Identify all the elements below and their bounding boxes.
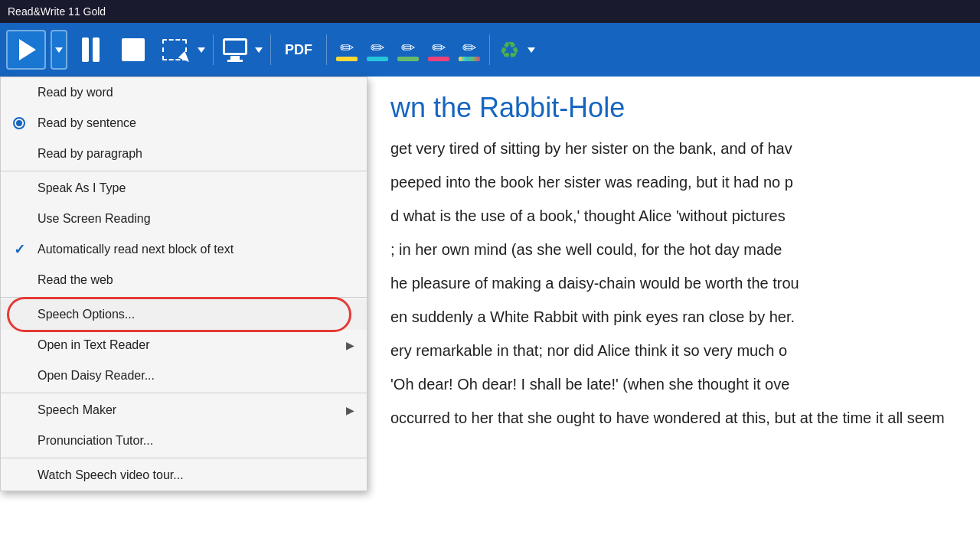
submenu-arrow-icon: ▶ [346,339,354,351]
play-icon [19,39,36,60]
toolbar-separator-2 [270,34,271,65]
toolbar-separator [213,34,214,65]
content-paragraph-5: he pleasure of making a daisy-chain woul… [390,271,957,295]
radio-filled-icon [13,117,25,129]
pdf-icon: PDF [280,42,317,58]
content-paragraph-1: get very tired of sitting by her sister … [390,136,957,161]
menu-label-use-screen-reading: Use Screen Reading [38,212,151,226]
content-title: wn the Rabbit-Hole [390,92,957,124]
separator-2 [1,297,367,298]
chevron-down-icon [198,47,205,53]
content-paragraph-8: 'Oh dear! Oh dear! I shall be late!' (wh… [390,372,957,396]
pdf-button[interactable]: PDF [277,39,320,61]
cursor-icon [178,51,192,65]
screen-reader-button[interactable] [220,35,250,65]
menu-item-read-the-web[interactable]: Read the web [1,265,367,295]
menu-item-read-by-word[interactable]: Read by word [1,77,367,108]
separator-3 [1,393,367,393]
menu-label-speech-options: Speech Options... [38,308,135,321]
menu-item-pronunciation-tutor[interactable]: Pronunciation Tutor... [1,425,367,456]
menu-label-read-by-sentence: Read by sentence [38,116,136,130]
title-bar: Read&Write 11 Gold [0,0,980,23]
menu-item-open-text-reader[interactable]: Open in Text Reader ▶ [1,330,367,360]
menu-label-pronunciation-tutor: Pronunciation Tutor... [38,434,153,448]
menu-label-open-daisy-reader: Open Daisy Reader... [38,369,155,383]
content-paragraph-6: en suddenly a White Rabbit with pink eye… [390,305,957,329]
pause-button[interactable] [70,30,110,70]
stop-icon [122,38,145,61]
pause-icon [82,37,100,62]
content-area: wn the Rabbit-Hole get very tired of sit… [368,77,980,551]
menu-item-open-daisy-reader[interactable]: Open Daisy Reader... [1,360,367,391]
menu-item-speech-maker[interactable]: Speech Maker ▶ [1,395,367,425]
toolbar: PDF ✏ ✏ ✏ ✏ ✏ ♻ [0,23,980,77]
menu-item-auto-read-next[interactable]: ✓ Automatically read next block of text [1,234,367,265]
highlighter-green-button[interactable]: ✏ [394,35,422,64]
menu-label-read-by-word: Read by word [38,86,113,99]
separator-4 [1,458,367,458]
recycle-dropdown-button[interactable] [526,46,537,54]
chevron-down-icon [55,47,63,53]
menu-label-watch-speech-video: Watch Speech video tour... [38,468,184,482]
content-paragraph-3: d what is the use of a book,' thought Al… [390,204,957,228]
highlighter-pink-button[interactable]: ✏ [425,35,452,64]
content-paragraph-4: ; in her own mind (as she well could, fo… [390,237,957,262]
check-mark-icon: ✓ [14,241,25,258]
menu-item-use-screen-reading[interactable]: Use Screen Reading [1,204,367,234]
play-button[interactable] [6,30,46,70]
content-body: get very tired of sitting by her sister … [390,136,957,430]
color-eraser-button[interactable]: ✏ [456,35,483,64]
chevron-down-icon [255,47,263,53]
monitor-icon [223,38,247,62]
selection-rect-icon [162,39,187,60]
app-title: Read&Write 11 Gold [8,5,106,18]
menu-label-speech-maker: Speech Maker [38,403,116,417]
radio-indicator [10,114,28,132]
content-paragraph-7: ery remarkable in that; nor did Alice th… [390,338,957,363]
recycle-icon: ♻ [499,37,520,64]
recycle-button[interactable]: ♻ [496,34,523,67]
menu-item-speech-options[interactable]: Speech Options... [1,299,367,330]
chevron-down-icon [528,47,535,53]
toolbar-separator-4 [489,34,490,65]
menu-label-auto-read-next: Automatically read next block of text [38,243,234,256]
menu-label-read-the-web: Read the web [38,273,113,287]
check-indicator: ✓ [10,240,28,259]
content-paragraph-9: occurred to her that she ought to have w… [390,406,957,430]
speech-dropdown-menu: Read by word Read by sentence Read by pa… [0,77,368,491]
submenu-arrow-icon-2: ▶ [346,404,354,416]
menu-label-open-text-reader: Open in Text Reader [38,338,149,352]
menu-label-speak-as-i-type: Speak As I Type [38,181,126,195]
menu-item-read-by-paragraph[interactable]: Read by paragraph [1,139,367,169]
selection-dropdown-button[interactable] [196,46,207,54]
menu-item-read-by-sentence[interactable]: Read by sentence [1,108,367,139]
highlighter-teal-button[interactable]: ✏ [364,35,391,64]
separator-1 [1,171,367,171]
content-paragraph-2: peeped into the book her sister was read… [390,170,957,194]
menu-item-watch-speech-video[interactable]: Watch Speech video tour... [1,460,367,491]
toolbar-separator-3 [326,34,327,65]
highlighter-yellow-button[interactable]: ✏ [333,35,361,64]
menu-label-read-by-paragraph: Read by paragraph [38,147,142,161]
stop-button[interactable] [113,30,153,70]
screen-reader-dropdown-button[interactable] [253,46,264,54]
selection-button[interactable] [156,31,193,68]
menu-item-speak-as-i-type[interactable]: Speak As I Type [1,173,367,204]
play-dropdown-button[interactable] [51,30,67,70]
